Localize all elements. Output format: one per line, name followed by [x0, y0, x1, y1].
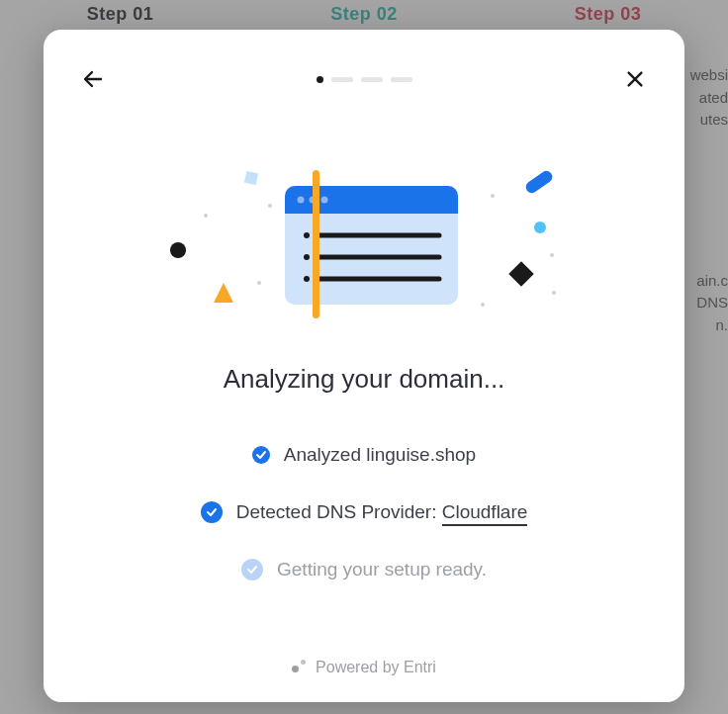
dns-provider-value: Cloudflare: [442, 501, 528, 526]
svg-point-19: [298, 197, 305, 204]
svg-point-24: [304, 254, 310, 260]
status-list: Analyzed linguise.shop Detected DNS Prov…: [201, 444, 528, 580]
domain-analysis-illustration: [156, 156, 572, 334]
check-icon: [241, 559, 263, 580]
check-icon: [201, 501, 223, 523]
svg-point-9: [204, 214, 208, 218]
powered-by: Powered by Entri: [292, 659, 436, 682]
svg-point-3: [170, 242, 186, 258]
modal-title: Analyzing your domain...: [224, 364, 505, 395]
entri-logo-icon: [292, 660, 308, 675]
svg-point-15: [268, 204, 272, 208]
svg-point-11: [491, 194, 495, 198]
svg-rect-18: [285, 204, 458, 214]
svg-point-26: [304, 276, 310, 282]
progress-stepper: [317, 76, 412, 83]
svg-point-12: [550, 253, 554, 257]
status-analyzed: Analyzed linguise.shop: [252, 444, 476, 466]
svg-marker-7: [214, 283, 233, 303]
svg-point-14: [481, 303, 485, 307]
svg-point-13: [552, 291, 556, 295]
analyze-domain-modal: Analyzing your domain... Analyzed lingui…: [44, 30, 684, 702]
stepper-dot-active: [317, 76, 323, 83]
stepper-bar: [391, 77, 412, 82]
stepper-bar: [331, 77, 353, 82]
svg-rect-6: [523, 168, 554, 195]
svg-point-10: [257, 281, 261, 285]
svg-point-4: [534, 222, 546, 233]
stepper-bar: [361, 77, 383, 82]
svg-rect-28: [313, 170, 319, 318]
svg-rect-5: [244, 171, 258, 185]
status-setup-ready: Getting your setup ready.: [241, 559, 487, 580]
svg-point-21: [321, 197, 328, 204]
svg-rect-8: [508, 261, 533, 286]
svg-point-22: [304, 232, 310, 238]
close-icon[interactable]: [621, 65, 649, 93]
check-icon: [252, 446, 270, 464]
back-icon[interactable]: [79, 65, 107, 93]
status-dns-provider: Detected DNS Provider: Cloudflare: [201, 501, 528, 523]
